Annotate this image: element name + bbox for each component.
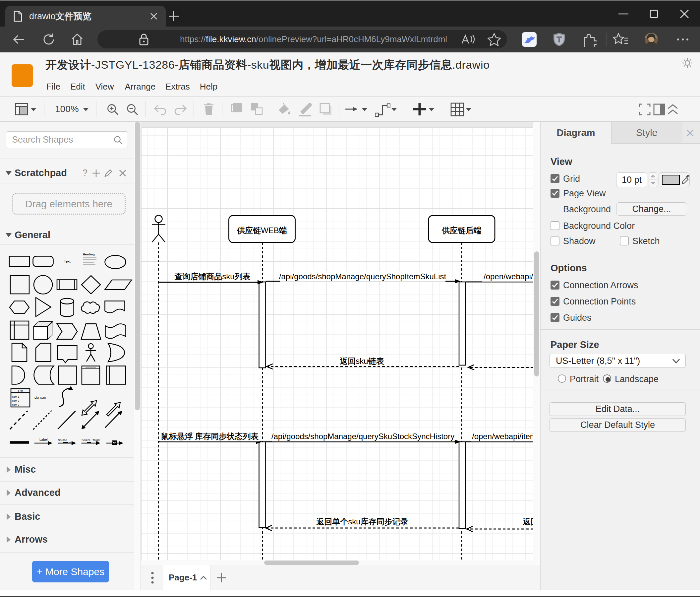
svg-text:/api/goods/shopManage/querySku: /api/goods/shopManage/querySkuStockSyncH… xyxy=(271,432,454,441)
svg-text:Item 2: Item 2 xyxy=(12,399,20,402)
svg-text:List: List xyxy=(18,389,23,393)
svg-text:供应链后端: 供应链后端 xyxy=(442,226,481,235)
svg-text:供应链WEB端: 供应链WEB端 xyxy=(236,226,287,235)
svg-text:Item 3: Item 3 xyxy=(12,403,20,406)
svg-text:/open/webapi/item: /open/webapi/item xyxy=(472,432,533,441)
svg-text:/open/webapi/ite: /open/webapi/ite xyxy=(483,272,533,281)
svg-text:返回单个: 返回单个 xyxy=(523,517,533,526)
svg-text:返回sku链表: 返回sku链表 xyxy=(340,357,384,365)
svg-text:/api/goods/shopManage/querySho: /api/goods/shopManage/queryShopItemSkuLi… xyxy=(279,272,446,281)
svg-text:Target: Target xyxy=(93,438,100,442)
svg-text:List Item: List Item xyxy=(34,396,46,399)
svg-text:Source: Source xyxy=(58,438,67,442)
svg-text:label: label xyxy=(69,441,74,444)
svg-text:Label: Label xyxy=(40,438,47,441)
svg-text:Source: Source xyxy=(81,438,91,442)
svg-text:Item 1: Item 1 xyxy=(12,395,20,398)
svg-text:返回单个sku库存同步记录: 返回单个sku库存同步记录 xyxy=(316,517,408,526)
svg-text:鼠标悬浮 库存同步状态列表: 鼠标悬浮 库存同步状态列表 xyxy=(161,432,259,441)
svg-text:查询店铺商品sku列表: 查询店铺商品sku列表 xyxy=(174,272,250,281)
svg-text:Text: Text xyxy=(64,259,70,263)
svg-text:Heading: Heading xyxy=(83,253,95,256)
